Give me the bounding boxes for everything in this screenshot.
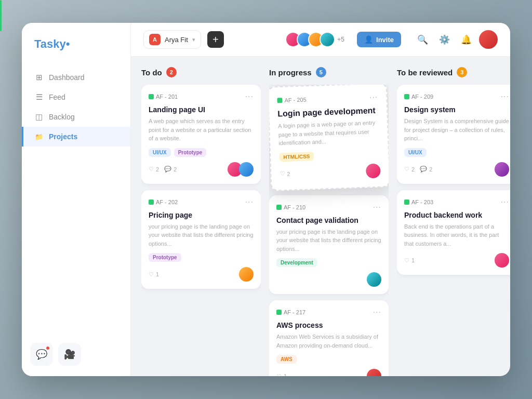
- feed-icon: ☰: [34, 92, 44, 102]
- card-af-209-comments: 💬 2: [420, 166, 432, 172]
- workspace-avatar: A: [149, 34, 161, 45]
- toreview-title: To be reviewed: [397, 68, 453, 77]
- column-todo: To do 2 AF - 201 ··· Landing page U: [141, 67, 261, 376]
- logo-text: Tasky: [34, 37, 66, 50]
- sidebar-label-feed: Feed: [49, 93, 65, 101]
- card-af-205: AF - 205 ··· Login page development A lo…: [269, 85, 389, 191]
- card-af-201-footer: ♡ 2 💬 2: [149, 162, 254, 177]
- sidebar-item-dashboard[interactable]: ⊞ Dashboard: [22, 68, 130, 87]
- card-af-217-title: AWS process: [276, 321, 381, 329]
- sidebar: Tasky• ⊞ Dashboard ☰ Feed ◫ Backlog 📁 Pr…: [22, 23, 131, 376]
- card-af-202-menu[interactable]: ···: [245, 197, 254, 207]
- card-af-210-footer: [276, 272, 381, 287]
- card-af-202-id: AF - 202: [149, 199, 178, 205]
- sidebar-bottom: 💬 🎥: [22, 343, 130, 366]
- card-avatar-2: [239, 162, 254, 177]
- sidebar-nav: ⊞ Dashboard ☰ Feed ◫ Backlog 📁 Projects: [22, 68, 130, 147]
- card-af-203: AF - 203 ··· Product backend work Back e…: [397, 190, 510, 275]
- card-af-203-desc: Back end is the operations part of a bus…: [404, 222, 509, 248]
- card-af-217-stats: ♡ 1: [276, 373, 287, 377]
- card-af-201-title: Landing page UI: [149, 105, 254, 114]
- card-af-203-menu[interactable]: ···: [501, 197, 509, 207]
- card-af-202-title: Pricing page: [149, 211, 254, 219]
- card-af-209-likes: ♡ 2: [404, 166, 415, 172]
- card-af-205-stats: ♡ 2: [280, 170, 290, 178]
- card-af-210-id: AF - 210: [276, 204, 305, 210]
- flag-icon-6: [404, 94, 409, 99]
- card-af-217-tags: AWS: [276, 355, 381, 364]
- card-af-209-desc: Design System is a comprehensive guide f…: [404, 117, 509, 143]
- heart-icon-3: ♡: [280, 170, 285, 177]
- app-logo: Tasky•: [22, 37, 130, 68]
- card-af-209-footer: ♡ 2 💬 2: [404, 162, 509, 177]
- bell-icon: 🔔: [461, 34, 472, 45]
- card-af-201-menu[interactable]: ···: [245, 92, 254, 101]
- sidebar-item-backlog[interactable]: ◫ Backlog: [22, 107, 130, 127]
- chat-badge: [46, 346, 50, 350]
- card-af-201-comments: 💬 2: [164, 166, 177, 172]
- notifications-button[interactable]: 🔔: [457, 31, 475, 48]
- card-af-210-menu[interactable]: ···: [373, 203, 381, 212]
- card-af-203-likes: ♡ 1: [404, 257, 415, 264]
- header-actions: 🔍 ⚙️ 🔔: [414, 30, 498, 49]
- card-af-205-menu[interactable]: ···: [369, 92, 378, 102]
- card-af-217-footer: ♡ 1: [276, 369, 381, 376]
- chat-button[interactable]: 💬: [30, 343, 53, 366]
- avatar-stack: [285, 32, 335, 47]
- card-af-201-stats: ♡ 2 💬 2: [149, 166, 177, 172]
- card-af-209-tags: UI/UX: [404, 148, 509, 157]
- card-af-203-footer: ♡ 1: [404, 253, 509, 268]
- card-af-202-stats: ♡ 1: [149, 271, 159, 278]
- card-af-203-title: Product backend work: [404, 211, 509, 219]
- card-af-205-desc: A login page is a web page or an entry p…: [278, 118, 380, 148]
- toreview-badge: 3: [457, 67, 467, 77]
- card-af-217-header: AF - 217 ···: [276, 308, 381, 317]
- inprogress-title: In progress: [269, 68, 312, 77]
- tag-uiux-2: UI/UX: [404, 148, 427, 157]
- card-af-203-stats: ♡ 1: [404, 257, 415, 264]
- card-af-201-tags: UI/UX Prototype: [149, 148, 254, 157]
- avatar-count: +5: [337, 36, 344, 43]
- invite-button[interactable]: 👤 Invite: [357, 32, 401, 47]
- card-af-205-id: AF - 205: [277, 96, 307, 103]
- card-af-205-header: AF - 205 ···: [277, 92, 378, 105]
- tag-development: Development: [276, 258, 317, 267]
- card-af-202-avatar: [239, 267, 254, 282]
- user-avatar[interactable]: [479, 30, 498, 49]
- sidebar-item-feed[interactable]: ☰ Feed: [22, 87, 130, 107]
- card-af-210-avatar: [367, 272, 381, 287]
- heart-icon: ♡: [149, 166, 154, 172]
- sidebar-item-projects[interactable]: 📁 Projects: [22, 127, 130, 147]
- heart-icon-5: ♡: [276, 373, 282, 377]
- sidebar-label-dashboard: Dashboard: [49, 73, 85, 82]
- card-af-202-footer: ♡ 1: [149, 267, 254, 282]
- backlog-icon: ◫: [34, 112, 44, 122]
- workspace-selector[interactable]: A Arya Fit ▾: [143, 30, 201, 49]
- card-af-205-title: Login page development: [277, 106, 379, 119]
- card-af-203-id: AF - 203: [404, 199, 433, 205]
- card-af-205-likes: ♡ 2: [280, 170, 290, 178]
- card-af-210-tags: Development: [276, 258, 381, 267]
- flag-icon-4: [276, 205, 282, 210]
- card-af-202: AF - 202 ··· Pricing page your pricing p…: [141, 190, 261, 289]
- tag-htmlcss: HTML/CSS: [279, 152, 314, 162]
- settings-icon: ⚙️: [439, 34, 450, 45]
- add-button[interactable]: +: [207, 31, 224, 48]
- todo-cards: AF - 201 ··· Landing page UI A web page …: [141, 85, 261, 376]
- card-af-210-title: Contact page validation: [276, 216, 381, 224]
- flag-icon: [149, 94, 154, 99]
- card-af-203-avatar: [495, 253, 509, 268]
- card-af-217-likes: ♡ 1: [276, 373, 287, 377]
- video-button[interactable]: 🎥: [58, 343, 81, 366]
- card-af-201-avatars: [228, 162, 254, 177]
- card-af-217-menu[interactable]: ···: [373, 308, 381, 317]
- card-af-217-id: AF - 217: [276, 309, 305, 315]
- search-button[interactable]: 🔍: [414, 31, 431, 48]
- settings-button[interactable]: ⚙️: [435, 31, 453, 48]
- flag-icon-2: [149, 200, 154, 205]
- card-af-209-menu[interactable]: ···: [501, 92, 509, 101]
- column-header-inprogress: In progress 5: [269, 67, 389, 77]
- comment-icon-2: 💬: [420, 166, 427, 172]
- toreview-cards: AF - 209 ··· Design system Design System…: [397, 85, 510, 376]
- search-icon: 🔍: [417, 34, 428, 45]
